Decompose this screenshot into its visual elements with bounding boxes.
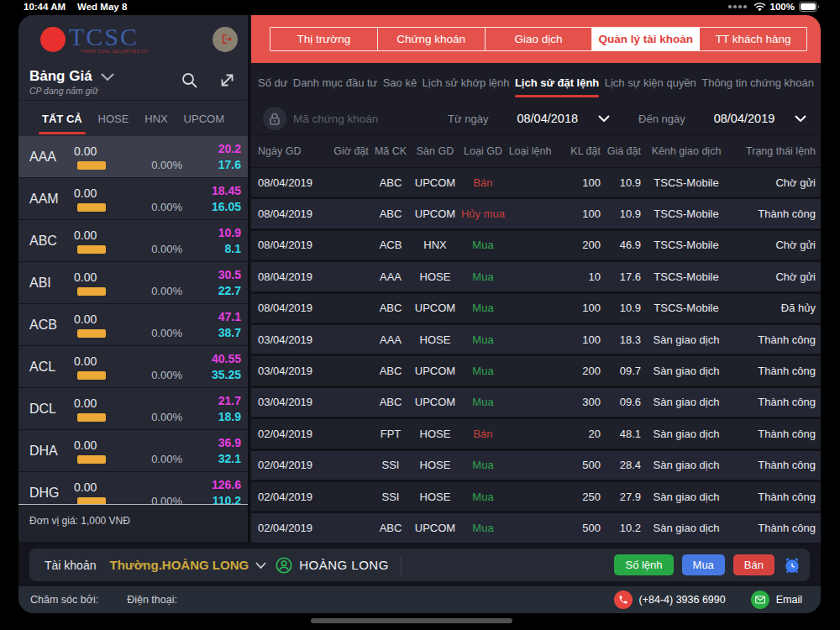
exchange-tab[interactable]: UPCOM [184,113,224,125]
order-row[interactable]: 08/04/2019 ACB HNX Mua 200 46.9 TSCS-Mob… [251,231,821,262]
clock-time: 10:44 AM [24,2,66,12]
primary-tab[interactable]: Thị trường [270,28,378,50]
order-code: ABC [370,365,411,377]
action-button[interactable]: Số lệnh [614,554,673,575]
phone-button[interactable] [614,591,633,609]
order-qty: 500 [554,522,601,534]
order-qty: 20 [554,428,601,440]
stock-last-price: 0.00 [74,144,138,158]
search-icon[interactable] [181,71,198,89]
primary-tab[interactable]: Quản lý tài khoản [592,28,700,50]
order-row[interactable]: 02/04/2019 SSI HOSE Mua 250 27.9 Sàn gia… [251,482,821,513]
stock-row[interactable]: AAA 0.00 0.00% 20.2 17.6 [18,136,248,178]
order-row[interactable]: 08/04/2019 ABC UPCOM Hủy mua 100 10.9 TS… [251,199,821,230]
account-dropdown[interactable] [255,562,266,569]
stock-row[interactable]: ACB 0.00 0.00% 47.1 38.7 [18,304,248,346]
column-header: Kênh giao dịch [641,145,732,157]
tcsc-logo-dot [40,27,66,52]
primary-tab[interactable]: TT khách hàng [700,28,806,50]
user-avatar-icon [275,556,293,575]
order-action-buttons: Số lệnhMuaBán [614,554,774,575]
filter-row: Từ ngày 08/04/2018 Đến ngày 08/04/2019 [251,102,821,134]
from-date-value[interactable]: 08/04/2018 [517,112,578,125]
order-date: 08/04/2019 [258,207,332,220]
to-date-value[interactable]: 08/04/2019 [714,112,775,125]
account-label: Tài khoản [45,559,96,572]
subnav-item[interactable]: Lịch sử khớp lệnh [423,76,510,89]
order-status: Thành công [732,365,816,377]
order-qty: 300 [554,396,601,408]
email-button[interactable] [751,591,769,609]
order-channel: TSCS-Mobile [641,239,732,251]
orders-table: 08/04/2019 ABC UPCOM Bán 100 10.9 TSCS-M… [251,168,821,545]
stock-price-block: 0.00 [74,472,138,504]
action-button[interactable]: Mua [682,554,725,575]
stock-row[interactable]: ABI 0.00 0.00% 30.5 22.7 [18,262,248,304]
order-qty: 100 [554,207,601,220]
order-exchange: HNX [411,239,459,251]
order-status: Thành công [732,491,816,503]
order-price: 10.2 [601,522,641,534]
stock-limits: 36.9 32.1 [186,430,248,471]
subnav-item[interactable]: Danh mục đầu tư [293,76,377,89]
order-qty: 200 [554,365,601,377]
board-title: Bảng Giá [29,68,92,85]
order-status: Thành công [732,396,816,408]
logout-button[interactable] [213,27,238,52]
subnav-item[interactable]: Lịch sử đặt lệnh [515,76,599,89]
expand-icon[interactable] [218,71,236,89]
primary-tab[interactable]: Chứng khoán [378,28,486,50]
symbol-lock-button[interactable] [263,107,286,130]
stock-row[interactable]: ACL 0.00 0.00% 40.55 35.25 [18,346,248,388]
subnav-item[interactable]: Lịch sự kiện quyền [605,76,696,89]
floor-price: 35.25 [186,368,241,381]
stock-price-block: 0.00 [74,388,138,429]
home-indicator[interactable] [311,618,512,623]
subnav-item[interactable]: Sao kê [383,76,417,89]
order-row[interactable]: 03/04/2019 ABC UPCOM Mua 300 09.6 Sàn gi… [251,388,821,419]
stock-last-price: 0.00 [74,396,138,410]
stock-code: ABI [18,276,74,291]
order-row[interactable]: 03/04/2019 ABC UPCOM Mua 200 09.7 Sàn gi… [251,356,821,387]
stock-row[interactable]: ABC 0.00 0.00% 10.9 8.1 [18,220,248,262]
price-board-sidebar: TCSC THANH CONG SECURITIES CO. Bảng Giá … [18,15,249,542]
exchange-tab[interactable]: TẤT CẢ [42,113,82,125]
stock-last-price: 0.00 [74,186,138,200]
symbol-search-input[interactable] [293,113,419,125]
order-code: SSI [370,459,411,471]
order-row[interactable]: 02/04/2019 SSI HOSE Mua 500 28.4 Sàn gia… [251,451,821,482]
floor-price: 32.1 [186,452,241,465]
stock-list: AAA 0.00 0.00% 20.2 17.6 AAM 0.00 0.00% … [18,136,248,504]
order-qty: 100 [554,302,601,314]
from-date-dropdown[interactable] [598,115,610,122]
order-row[interactable]: 08/04/2019 ABC UPCOM Bán 100 10.9 TSCS-M… [251,168,821,199]
to-date-dropdown[interactable] [795,115,806,122]
stock-row[interactable]: AAM 0.00 0.00% 18.45 16.05 [18,178,248,220]
logo-row: TCSC THANH CONG SECURITIES CO. [18,15,248,63]
chevron-down-icon[interactable] [101,73,114,81]
order-row[interactable]: 02/04/2019 ABC UPCOM Mua 500 10.2 Sàn gi… [251,513,821,544]
stock-limits: 126.6 110.2 [186,472,248,504]
order-row[interactable]: 03/04/2019 AAA HOSE Mua 100 18.3 Sàn gia… [251,325,821,356]
order-row[interactable]: 08/04/2019 ABC UPCOM Mua 100 10.9 TSCS-M… [251,294,821,325]
stock-row[interactable]: DHG 0.00 0.00% 126.6 110.2 [18,472,248,504]
order-price: 28.4 [601,459,641,471]
order-qty: 200 [554,239,601,251]
account-selector[interactable]: Thường.HOÀNG LONG [109,558,249,572]
subnav-item[interactable]: Thông tin chứng khoán [701,76,814,89]
primary-tab[interactable]: Giao dịch [486,28,593,50]
action-button[interactable]: Bán [733,554,774,575]
alarm-button[interactable] [783,556,801,575]
main-panel: Thị trườngChứng khoánGiao dịchQuản lý tà… [251,15,821,545]
order-exchange: HOSE [411,459,459,471]
ceiling-price: 30.5 [186,268,241,281]
exchange-tab[interactable]: HNX [144,113,167,125]
stock-code: DCL [18,402,74,417]
stock-row[interactable]: DCL 0.00 0.00% 21.7 18.9 [18,388,248,430]
exchange-tab[interactable]: HOSE [98,113,129,125]
stock-row[interactable]: DHA 0.00 0.00% 36.9 32.1 [18,430,248,472]
support-footer: Chăm sóc bởi: Điện thoại: (+84-4) 3936 6… [18,586,821,613]
order-row[interactable]: 02/04/2019 FPT HOSE Bán 20 48.1 Sàn giao… [251,419,821,450]
subnav-item[interactable]: Số dư [258,76,287,89]
order-row[interactable]: 08/04/2019 AAA HOSE Mua 10 17.6 TSCS-Mob… [251,262,821,293]
